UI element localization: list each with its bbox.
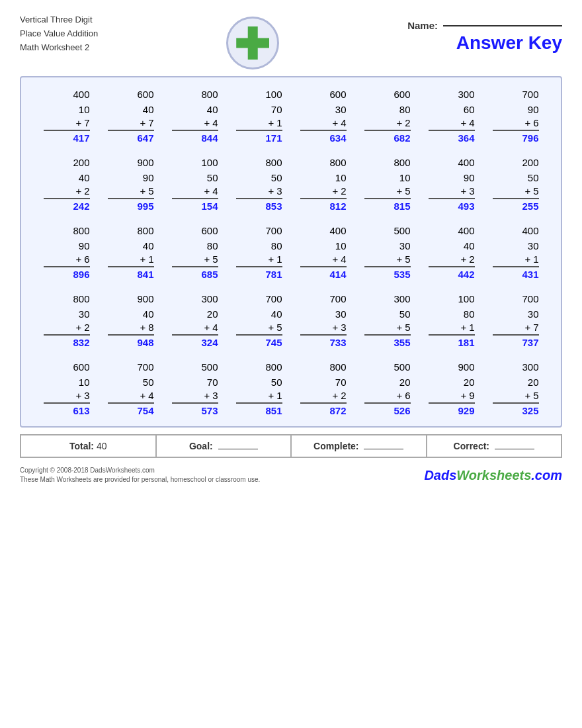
problem-r5-p1: 60010+3613 (44, 360, 90, 416)
answer: 324 (201, 337, 218, 348)
num1: 600 (394, 87, 410, 103)
num1: 600 (201, 224, 218, 239)
addend-ones: 5 (533, 390, 538, 401)
plus-symbol: + (460, 322, 466, 333)
plus-row: +9 (429, 390, 475, 404)
addend-ones: 6 (533, 117, 538, 128)
addend-ones: 4 (341, 253, 346, 265)
copyright-bar: Copyright © 2008-2018 DadsWorksheets.com… (20, 466, 562, 484)
answer: 841 (137, 269, 153, 280)
num1: 700 (265, 224, 282, 239)
plus-row: +5 (108, 185, 154, 199)
answer: 634 (329, 132, 346, 144)
num2: 70 (207, 375, 218, 390)
problem-r4-p6: 30050+5355 (364, 292, 411, 348)
problems-row-5: 60010+361370050+475450070+357380050+1851… (34, 360, 548, 416)
problems-row-1: 40010+741760040+764780040+484410070+1171… (34, 87, 548, 144)
addend-ones: 5 (405, 253, 410, 265)
problem-r4-p5: 70030+3733 (300, 292, 347, 348)
plus-symbol: + (524, 253, 530, 265)
answer: 325 (522, 405, 538, 416)
num1: 200 (522, 156, 538, 171)
addend-ones: 4 (148, 390, 153, 401)
plus-symbol: + (204, 253, 210, 265)
correct-cell: Correct: (427, 435, 561, 457)
problem-r3-p5: 40010+4414 (300, 224, 347, 280)
addend-ones: 2 (469, 253, 474, 265)
addend-ones: 5 (212, 253, 218, 265)
problem-r4-p7: 10080+1181 (429, 292, 475, 348)
problem-r3-p8: 40030+1431 (493, 224, 539, 280)
complete-blank[interactable] (364, 449, 403, 449)
addend-ones: 7 (533, 322, 538, 333)
addend-ones: 2 (341, 185, 346, 197)
plus-row: +5 (172, 253, 218, 267)
plus-row: +8 (108, 322, 154, 336)
problem-r1-p7: 30060+4364 (429, 87, 475, 144)
num2: 40 (143, 307, 154, 322)
plus-symbol: + (268, 117, 274, 128)
problem-r5-p6: 50020+6526 (364, 360, 411, 416)
addend-ones: 3 (84, 390, 89, 401)
addend-ones: 1 (276, 117, 282, 128)
problem-r3-p1: 80090+6896 (44, 224, 90, 280)
goal-blank[interactable] (218, 449, 258, 449)
correct-blank[interactable] (495, 449, 534, 449)
answer: 181 (458, 337, 474, 348)
num2: 10 (399, 171, 411, 186)
num1: 700 (137, 360, 153, 375)
num2: 10 (79, 375, 90, 390)
answer: 832 (73, 337, 89, 348)
plus-row: +5 (364, 185, 411, 199)
plus-row: +6 (493, 117, 539, 131)
plus-row: +6 (44, 253, 90, 267)
header: Vertical Three Digit Place Value Additio… (20, 13, 562, 69)
answer: 573 (201, 405, 218, 416)
name-line: Name: (407, 20, 562, 31)
problem-r4-p1: 80030+2832 (44, 292, 90, 348)
addend-ones: 3 (212, 390, 218, 401)
plus-symbol: + (140, 322, 146, 333)
plus-symbol: + (204, 117, 210, 128)
num1: 500 (201, 360, 218, 375)
problem-r3-p3: 60080+5685 (172, 224, 218, 280)
num1: 600 (73, 360, 89, 375)
plus-symbol: + (524, 390, 530, 401)
plus-symbol: + (332, 322, 338, 333)
num2: 80 (207, 239, 218, 254)
complete-cell: Complete: (292, 435, 427, 457)
totals-bar: Total: 40 Goal: Complete: Correct: (20, 434, 562, 458)
answer: 535 (394, 269, 410, 280)
num2: 40 (143, 103, 154, 118)
plus-row: +4 (172, 185, 218, 199)
plus-symbol: + (75, 390, 81, 401)
num2: 50 (528, 171, 539, 186)
num1: 800 (394, 156, 410, 171)
problem-r2-p4: 80050+3853 (236, 156, 282, 212)
plus-symbol: + (268, 390, 274, 401)
plus-symbol: + (460, 390, 466, 401)
addend-ones: 2 (84, 322, 89, 333)
plus-row: +4 (300, 117, 347, 131)
num2: 40 (207, 103, 218, 118)
addend-ones: 4 (341, 117, 346, 128)
problem-r4-p2: 90040+8948 (108, 292, 154, 348)
num2: 30 (335, 103, 347, 118)
num1: 900 (458, 360, 474, 375)
plus-symbol: + (75, 253, 81, 265)
answer: 255 (522, 201, 538, 212)
addend-ones: 2 (405, 117, 410, 128)
answer: 442 (458, 269, 474, 280)
num1: 800 (73, 224, 89, 239)
problem-r1-p8: 70090+6796 (493, 87, 539, 144)
answer: 647 (137, 132, 153, 144)
copyright-text: Copyright © 2008-2018 DadsWorksheets.com… (20, 466, 260, 484)
num1: 700 (329, 292, 346, 307)
plus-row: +1 (236, 117, 282, 131)
problem-r3-p2: 80040+1841 (108, 224, 154, 280)
num1: 800 (265, 156, 282, 171)
plus-symbol: + (332, 185, 338, 197)
num2: 50 (399, 307, 411, 322)
plus-symbol: + (332, 117, 338, 128)
plus-row: +3 (429, 185, 475, 199)
